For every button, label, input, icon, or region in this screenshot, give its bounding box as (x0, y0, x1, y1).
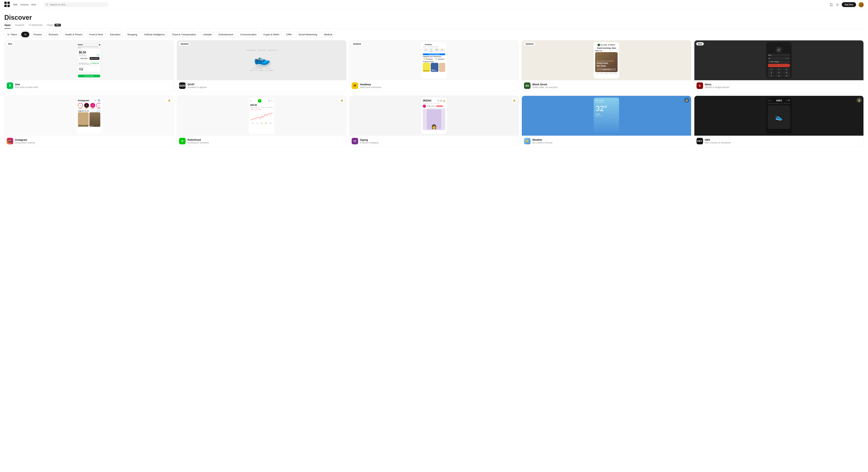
search-bar[interactable] (43, 2, 108, 7)
filter-food-drink[interactable]: Food & Drink (87, 32, 106, 37)
app-icon-weather: ☀️ (524, 138, 530, 144)
filter-health-fitness[interactable]: Health & Fitness (62, 32, 85, 37)
badge-updated-headway: Updated (351, 42, 363, 46)
svg-line-5 (48, 5, 48, 6)
logo[interactable] (4, 2, 10, 8)
app-desc-headway: Daily book summaries (360, 86, 516, 89)
app-details-weather: Weather My Location forecast (532, 138, 689, 144)
filter-business[interactable]: Business (46, 32, 61, 37)
app-name-one: One (15, 83, 172, 86)
app-name-goat: GOAT (187, 83, 344, 86)
lock-icon-zigzag: 🔒 (512, 98, 517, 103)
filter-travel[interactable]: Travel & Transportation (169, 32, 199, 37)
filter-all[interactable]: All (21, 32, 29, 37)
app-details-blankstreet: Blank Street Great coffee, for everyone (532, 83, 689, 89)
app-icon-robinhood: R (179, 138, 186, 144)
ios-link[interactable]: iOS (13, 3, 18, 6)
app-desc-robinhood: Investing for everyone (187, 142, 344, 144)
filter-row: Filters All Finance Business Health & Fi… (0, 29, 868, 40)
filter-crm[interactable]: CRM (283, 32, 294, 37)
app-desc-goat: Sneakers & apparel (187, 86, 344, 89)
filter-ai[interactable]: Artificial Intelligence (142, 32, 168, 37)
app-details-goat: GOAT Sneakers & apparel (187, 83, 344, 89)
app-name-instagram: Instagram (15, 138, 172, 141)
app-preview-bless: New ✕ 🛒 Book› 25SGD › 🛒 Other Category› … (694, 40, 864, 80)
app-details-hbx: HBX Men's fashion & streetwear (705, 138, 861, 144)
settings-icon[interactable] (836, 3, 839, 6)
tab-flows[interactable]: Flows PRO (47, 24, 61, 29)
filter-crypto[interactable]: Crypto & Web3 (260, 32, 282, 37)
app-desc-blankstreet: Great coffee, for everyone (532, 86, 689, 89)
svg-point-6 (837, 4, 838, 5)
filter-shopping[interactable]: Shopping (125, 32, 140, 37)
lock-icon-hbx: 🔒 (857, 98, 862, 103)
top-navigation: iOS Android Web Get Pro (0, 0, 868, 9)
lock-icon-weather: 🔒 (684, 98, 689, 103)
web-link[interactable]: Web (31, 3, 36, 6)
filter-communication[interactable]: Communication (237, 32, 259, 37)
app-info-weather: ☀️ Weather My Location forecast (522, 136, 691, 147)
app-details-headway: Headway Daily book summaries (360, 83, 516, 89)
app-name-bless: bless. (705, 83, 861, 86)
app-icon-blankstreet: BS (524, 82, 530, 89)
app-desc-hbx: Men's fashion & streetwear (705, 142, 861, 144)
app-card-blankstreet[interactable]: Updated BLANK STREET Good morning, Sam W… (522, 40, 691, 91)
app-name-zigzag: Zigzag (360, 138, 516, 141)
tab-screens[interactable]: Screens (15, 24, 24, 29)
app-preview-one: New home ⊞ Your One debit card is being … (4, 40, 174, 80)
app-card-hbx[interactable]: 🔒 MEN ∨ HBX ☆🔍 FEATUREDNEW ARRIVALSSALEP… (694, 96, 864, 147)
app-icon-instagram: 📷 (7, 138, 13, 144)
app-info-blankstreet: BS Blank Street Great coffee, for everyo… (522, 80, 691, 91)
app-card-robinhood[interactable]: 🔒 ≡ R 🔍⚡ $46.00 ReturnAllocationIncomeAc… (177, 96, 346, 147)
app-desc-bless: Wishlist & budget planner (705, 86, 861, 89)
filter-social[interactable]: Social Networking (296, 32, 320, 37)
app-preview-goat: Updated CALENDAR BROWSE SKATE•SH 👟 JUST … (177, 40, 346, 80)
topnav-actions: Get Pro (830, 2, 864, 7)
filter-entertainment[interactable]: Entertainment (216, 32, 236, 37)
filter-lifestyle[interactable]: Lifestyle (200, 32, 214, 37)
app-card-bless[interactable]: New ✕ 🛒 Book› 25SGD › 🛒 Other Category› … (694, 40, 864, 91)
filters-button[interactable]: Filters (4, 32, 20, 37)
app-card-one[interactable]: New home ⊞ Your One debit card is being … (4, 40, 174, 91)
app-card-instagram[interactable]: 🔒 Instagram 🤍✈️ You Your story A (4, 96, 174, 147)
app-name-weather: Weather (532, 138, 689, 141)
tab-apps[interactable]: Apps (4, 24, 11, 29)
app-info-robinhood: R Robinhood Investing for everyone (177, 136, 346, 147)
pro-badge: PRO (55, 24, 61, 26)
badge-updated-goat: Updated (179, 42, 190, 46)
app-card-zigzag[interactable]: 🔒 ZIGZAG 🔍💬🔔 1인방트렌드럭키박스이것도장바구니... 쇼핑몰 1만… (349, 96, 519, 147)
app-card-headway[interactable]: Updated ⬡ Headway Streak Your growth thi… (349, 40, 519, 91)
app-icon-goat: GOAT (179, 82, 186, 89)
avatar[interactable] (859, 2, 864, 7)
app-card-weather[interactable]: 🔒 My Location TANGERANG 32° Sunny H:35° … (522, 96, 691, 147)
app-desc-instagram: Social photo sharing (15, 142, 172, 144)
filter-education[interactable]: Education (107, 32, 123, 37)
app-preview-robinhood: 🔒 ≡ R 🔍⚡ $46.00 ReturnAllocationIncomeAc… (177, 96, 346, 136)
app-info-instagram: 📷 Instagram Social photo sharing (4, 136, 174, 147)
app-preview-weather: 🔒 My Location TANGERANG 32° Sunny H:35° … (522, 96, 691, 136)
app-info-one: S One Pay, bank & build credit (4, 80, 174, 91)
filter-medical[interactable]: Medical (321, 32, 335, 37)
app-details-zigzag: Zigzag K-fashion shopping (360, 138, 516, 144)
bookmark-icon[interactable] (830, 3, 833, 6)
search-input[interactable] (50, 3, 106, 6)
app-preview-zigzag: 🔒 ZIGZAG 🔍💬🔔 1인방트렌드럭키박스이것도장바구니... 쇼핑몰 1만… (349, 96, 519, 136)
app-icon-one: S (7, 82, 13, 89)
app-details-robinhood: Robinhood Investing for everyone (187, 138, 344, 144)
app-desc-weather: My Location forecast (532, 142, 689, 144)
app-icon-headway: H (352, 82, 358, 89)
platform-links: iOS Android Web (13, 3, 36, 6)
app-name-hbx: HBX (705, 138, 861, 141)
tab-ui-elements[interactable]: UI Elements (29, 24, 42, 29)
android-link[interactable]: Android (20, 3, 28, 6)
svg-rect-1 (7, 2, 10, 4)
app-name-headway: Headway (360, 83, 516, 86)
filter-icon (7, 33, 9, 36)
get-pro-button[interactable]: Get Pro (842, 2, 856, 7)
app-details-one: One Pay, bank & build credit (15, 83, 172, 89)
app-grid-row2: 🔒 Instagram 🤍✈️ You Your story A (0, 96, 868, 151)
filter-finance[interactable]: Finance (31, 32, 44, 37)
badge-new: New (6, 42, 14, 46)
app-name-robinhood: Robinhood (187, 138, 344, 141)
app-card-goat[interactable]: Updated CALENDAR BROWSE SKATE•SH 👟 JUST … (177, 40, 346, 91)
